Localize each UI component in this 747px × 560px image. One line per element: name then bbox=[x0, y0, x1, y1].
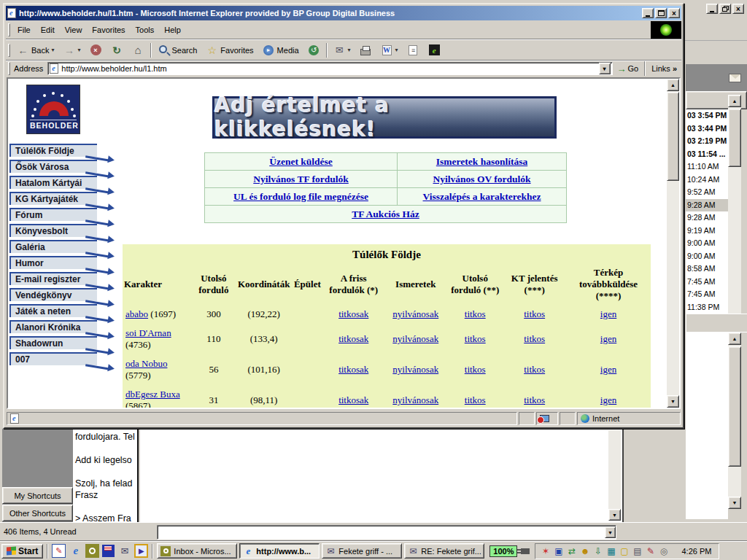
task-button-inbox-micros[interactable]: Inbox - Micros... bbox=[157, 543, 237, 559]
character-link-dbegesz-buxa[interactable]: dbEgesz Buxa bbox=[125, 389, 180, 400]
sidebar-item-e-mail-regiszter[interactable]: E-mail regiszter bbox=[9, 272, 97, 285]
email-list-item[interactable]: 03 3:44 PM bbox=[686, 122, 728, 136]
sidebar-item-osok-varosa[interactable]: Ősök Városa bbox=[9, 160, 97, 173]
kt-report-cell-link[interactable]: titkos bbox=[524, 364, 545, 375]
link-nyilvanos-ov-fordulok[interactable]: Nyilvános OV fordulók bbox=[433, 174, 531, 184]
last-turn-visibility-cell-link[interactable]: titkos bbox=[465, 333, 486, 344]
network-transfer-icon[interactable]: ⇄ bbox=[566, 545, 577, 556]
scroll-down-icon[interactable]: ▼ bbox=[605, 526, 616, 538]
fresh-turns-cell-link[interactable]: titkosak bbox=[338, 308, 368, 319]
beholder-logo[interactable]: BEHOLDER bbox=[26, 85, 80, 134]
email-list-item[interactable]: 7:45 AM bbox=[686, 276, 728, 289]
compose-mail-icon[interactable]: ✎ bbox=[52, 544, 66, 558]
outlook-close-button[interactable]: × bbox=[732, 4, 744, 14]
app-window-icon[interactable]: ▣ bbox=[553, 545, 564, 556]
toolbar-grip[interactable] bbox=[8, 23, 10, 36]
agent-icon[interactable]: ☻ bbox=[579, 545, 590, 556]
toolbar-stop-button[interactable]: × bbox=[85, 42, 107, 59]
task-button-fekete-griff[interactable]: ✉Fekete griff - ... bbox=[322, 543, 402, 559]
link-ismeretek-hasonlitasa[interactable]: Ismeretek hasonlítása bbox=[436, 156, 527, 167]
fresh-turns-cell-link[interactable]: titkosak bbox=[338, 333, 368, 344]
toolbar-ie-tools-button[interactable]: e bbox=[424, 42, 445, 59]
map-forward-cell-link[interactable]: igen bbox=[600, 364, 616, 375]
knowledge-cell-link[interactable]: nyilvánosak bbox=[392, 333, 438, 344]
knowledge-cell-link[interactable]: nyilvánosak bbox=[392, 364, 438, 375]
sidebar-item-shadowrun[interactable]: Shadowrun bbox=[9, 336, 97, 349]
address-dropdown-icon[interactable]: ▾ bbox=[599, 63, 611, 74]
other-shortcuts-button[interactable]: Other Shortcuts bbox=[2, 505, 73, 521]
sidebar-item-konyvesbolt[interactable]: Könyvesbolt bbox=[9, 224, 97, 237]
toolbar-favorites-button[interactable]: ☆Favorites bbox=[201, 42, 258, 59]
magnifier-icon[interactable]: ◎ bbox=[658, 545, 669, 556]
toolbar-search-button[interactable]: Search bbox=[153, 42, 202, 59]
link-tf-aukcios-haz[interactable]: TF Aukciós Ház bbox=[352, 209, 419, 219]
link-nyilvanos-tf-fordulok[interactable]: Nyilvános TF fordulók bbox=[253, 174, 349, 184]
toolbar-grip[interactable] bbox=[8, 62, 10, 75]
links-toolbar[interactable]: Links » bbox=[647, 64, 681, 73]
fan-icon[interactable]: ✶ bbox=[540, 545, 551, 556]
kt-report-cell-link[interactable]: titkos bbox=[524, 333, 545, 344]
last-turn-visibility-cell-link[interactable]: titkos bbox=[465, 394, 486, 405]
go-button[interactable]: → Go bbox=[613, 63, 643, 74]
sidebar-item-alanori-kronika[interactable]: Alanori Krónika bbox=[9, 320, 97, 333]
kt-report-cell-link[interactable]: titkos bbox=[524, 394, 545, 405]
email-list-item[interactable]: 9:28 AM bbox=[686, 211, 728, 225]
last-turn-visibility-cell-link[interactable]: titkos bbox=[465, 308, 486, 319]
task-button-re-fekete-grif[interactable]: ✉RE: Fekete grif... bbox=[404, 543, 484, 559]
menu-edit[interactable]: Edit bbox=[36, 23, 60, 36]
installer-icon[interactable]: ⇩ bbox=[592, 545, 603, 556]
character-link-oda-nobuo[interactable]: oda Nobuo bbox=[125, 358, 167, 369]
scroll-up-icon[interactable]: ▲ bbox=[667, 79, 679, 91]
toolbar-print-button[interactable] bbox=[355, 42, 376, 59]
fresh-turns-cell-link[interactable]: titkosak bbox=[338, 394, 368, 405]
menu-view[interactable]: View bbox=[60, 23, 88, 36]
email-list-item[interactable]: 9:00 AM bbox=[686, 237, 728, 250]
scrollbar-track[interactable] bbox=[608, 430, 621, 509]
outlook-restore-button[interactable] bbox=[719, 4, 731, 14]
kt-report-cell-link[interactable]: titkos bbox=[524, 308, 545, 319]
toolbar-grip[interactable] bbox=[8, 44, 10, 57]
send-receive-mail-icon[interactable]: ✉ bbox=[117, 544, 131, 558]
maximize-button[interactable] bbox=[655, 8, 667, 18]
outlook-icon[interactable] bbox=[85, 544, 99, 558]
email-list-item[interactable]: 7:45 AM bbox=[686, 288, 728, 301]
menu-favorites[interactable]: Favorites bbox=[87, 23, 130, 36]
scroll-up-icon[interactable]: ▲ bbox=[728, 332, 741, 345]
email-list-scrollbar[interactable]: ▲ bbox=[728, 93, 742, 314]
map-forward-cell-link[interactable]: igen bbox=[600, 308, 616, 319]
email-list-item[interactable]: 9:19 AM bbox=[686, 225, 728, 238]
link-ul-es-fordulo-log-file-megnezese[interactable]: UL és forduló log file megnézése bbox=[233, 191, 368, 202]
menu-help[interactable]: Help bbox=[159, 23, 186, 36]
ie-titlebar[interactable]: http://www.beholder.hu/l1.htm - Microsof… bbox=[6, 6, 681, 20]
scrollbar-thumb[interactable] bbox=[728, 109, 741, 167]
address-input[interactable]: http://www.beholder.hu/l1.htm ▾ bbox=[47, 62, 612, 75]
scroll-down-icon[interactable]: ▼ bbox=[728, 497, 741, 509]
email-list-item[interactable]: 11:38 PM bbox=[686, 301, 728, 314]
email-list-item[interactable]: 03 3:54 PM bbox=[686, 109, 728, 122]
sidebar-item-hatalom-kartyai[interactable]: Hatalom Kártyái bbox=[9, 176, 97, 189]
message-preview-pane[interactable]: ▼ bbox=[140, 429, 624, 522]
sidebar-item-007[interactable]: 007 bbox=[9, 352, 97, 365]
sidebar-item-tulelok-foldje[interactable]: Túlélők Földje bbox=[9, 144, 97, 157]
scroll-down-icon[interactable]: ▼ bbox=[667, 395, 679, 408]
email-list-item[interactable]: 03 2:19 PM bbox=[686, 135, 728, 148]
task-button-http-www-b[interactable]: ehttp://www.b... bbox=[239, 543, 320, 559]
fresh-turns-cell-link[interactable]: titkosak bbox=[338, 364, 368, 375]
sidebar-item-kg-kartyajatek[interactable]: KG Kártyajáték bbox=[9, 192, 97, 205]
email-list-item[interactable]: 9:52 AM bbox=[686, 186, 728, 199]
email-list-item[interactable]: 11:10 AM bbox=[686, 160, 728, 174]
toolbar-forward-button[interactable]: →▾ bbox=[58, 42, 85, 59]
floppy-save-icon[interactable] bbox=[102, 545, 115, 557]
menu-tools[interactable]: Tools bbox=[131, 23, 160, 36]
toolbar-edit-word-button[interactable]: W▾ bbox=[376, 42, 403, 59]
map-forward-cell-link[interactable]: igen bbox=[600, 394, 616, 405]
my-shortcuts-button[interactable]: My Shortcuts bbox=[2, 487, 73, 504]
toolbar-discuss-button[interactable]: ≡ bbox=[403, 42, 424, 59]
toolbar-refresh-button[interactable]: ↻ bbox=[107, 42, 128, 59]
reading-pane-scrollbar[interactable]: ▲ ▼ bbox=[728, 332, 742, 519]
sidebar-item-jatek-a-neten[interactable]: Játék a neten bbox=[9, 304, 97, 317]
internet-explorer-icon[interactable]: e bbox=[69, 544, 82, 558]
address-url[interactable]: http://www.beholder.hu/l1.htm bbox=[61, 64, 166, 73]
toolbar-mail-button[interactable]: ✉▾ bbox=[329, 42, 355, 59]
scrollbar-thumb[interactable] bbox=[667, 92, 679, 181]
